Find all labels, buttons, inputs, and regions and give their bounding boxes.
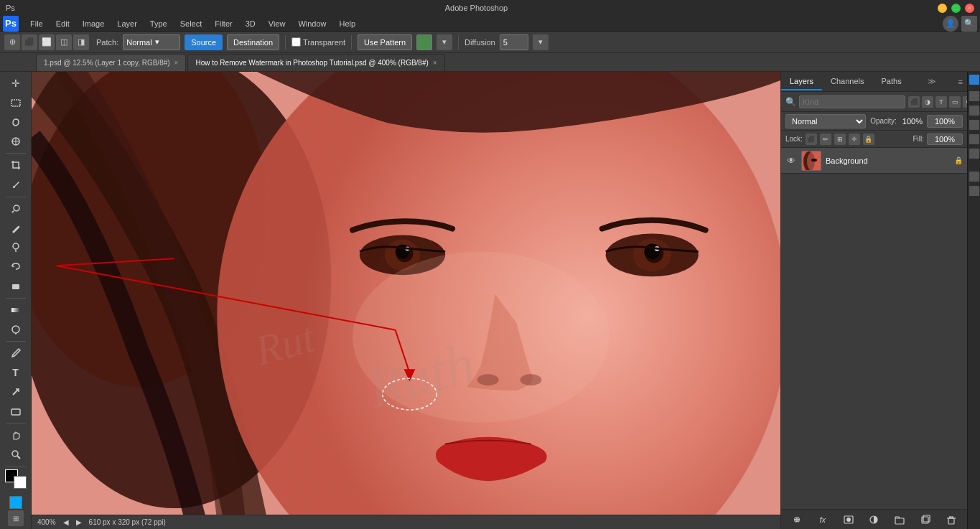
hand-tool[interactable] [5,426,27,444]
transparent-check-input[interactable] [291,37,301,47]
menu-image[interactable]: Image [77,18,111,29]
pen-tool[interactable] [5,345,27,362]
panel-options-btn[interactable]: ≡ [954,74,967,90]
search-icon[interactable]: 🔍 [961,16,977,32]
new-layer-btn[interactable] [918,512,933,528]
tab-2[interactable]: How to Remove Watermark in Photoshop Tut… [187,54,444,71]
dodge-tool[interactable] [5,320,27,338]
healing-tool[interactable] [5,200,27,218]
history-tool[interactable] [5,258,27,276]
menu-file[interactable]: File [24,18,49,29]
destination-button[interactable]: Destination [227,34,279,50]
minimize-button[interactable]: − [938,4,947,13]
options-icon-2[interactable]: ⬜ [39,34,55,50]
filter-pixel-icon[interactable]: ⬛ [908,96,920,108]
menu-window[interactable]: Window [292,18,332,29]
lock-artboards-icon[interactable]: ⊞ [834,134,846,145]
filter-adjustment-icon[interactable]: ◑ [922,96,933,108]
opacity-slider[interactable]: 100% [927,115,963,128]
options-icon-1[interactable]: ⬛ [22,34,37,50]
account-icon[interactable]: 👤 [943,16,958,32]
tool-preset-icon[interactable]: ⊕ [4,34,20,50]
main-area: ✛ [0,72,980,529]
lock-transparent-icon[interactable]: ⬛ [806,134,817,145]
close-button[interactable]: × [965,4,974,13]
menu-view[interactable]: View [263,18,291,29]
menu-type[interactable]: Type [144,18,173,29]
tool-presets-btn[interactable] [969,91,979,101]
tab-1[interactable]: 1.psd @ 12.5% (Layer 1 copy, RGB/8#) × [36,54,186,71]
source-button[interactable]: Source [185,34,223,50]
layers-search-input[interactable] [799,95,905,108]
options-icon-3[interactable]: ◫ [56,34,72,50]
gradient-tool[interactable] [5,301,27,319]
brush-tool[interactable] [5,219,27,237]
canvas-nav-prev[interactable]: ◀ [63,518,69,526]
properties-btn[interactable] [969,149,979,159]
tab-channels[interactable]: Channels [822,73,872,90]
eyedropper-tool[interactable] [5,176,27,194]
link-layers-btn[interactable] [789,512,805,528]
layer-background[interactable]: 👁 Background 🔒 [781,148,967,174]
marquee-tool[interactable] [5,94,27,112]
use-pattern-button[interactable]: Use Pattern [358,34,412,50]
tab-layers[interactable]: Layers [781,73,822,90]
svg-rect-17 [32,72,780,515]
panel-menu-btn[interactable]: ≫ [923,73,941,90]
pattern-dropdown-icon[interactable]: ▾ [437,34,452,50]
menu-layer[interactable]: Layer [111,18,143,29]
diffusion-stepper[interactable]: ▾ [533,34,549,50]
tab-2-close[interactable]: × [433,59,437,67]
fx-btn[interactable]: fx [815,512,831,528]
eraser-tool[interactable] [5,277,27,295]
menu-select[interactable]: Select [174,18,208,29]
lasso-tool[interactable] [5,113,27,131]
path-select-tool[interactable] [5,383,27,401]
fill-slider[interactable]: 100% [927,134,963,145]
group-btn[interactable] [892,512,907,528]
delete-layer-btn[interactable] [943,512,959,528]
options-icon-4[interactable]: ◨ [73,34,89,50]
adjustment-btn[interactable] [866,512,882,528]
zoom-tool[interactable] [5,446,27,464]
collapse-panel-btn[interactable] [969,75,979,85]
background-color[interactable] [14,476,27,489]
swatches-btn[interactable] [969,120,979,130]
crop-tool[interactable] [5,156,27,174]
lock-position-icon[interactable]: ✛ [849,134,860,145]
menu-edit[interactable]: Edit [50,18,75,29]
mode-dropdown[interactable]: Normal ▾ [123,34,180,50]
maximize-button[interactable]: □ [951,4,961,13]
move-tool[interactable]: ✛ [5,75,27,93]
history-btn[interactable] [969,172,979,182]
pattern-swatch[interactable] [416,34,432,50]
clone-tool[interactable] [5,238,27,256]
menu-help[interactable]: Help [334,18,362,29]
layer-visibility-eye[interactable]: 👁 [785,155,797,167]
canvas-area[interactable]: Ruth Rut 400% ◀ ▶ 61 [32,72,780,529]
screen-mode-btn[interactable]: ⊞ [8,510,24,526]
menu-filter[interactable]: Filter [209,18,238,29]
blend-mode-dropdown[interactable]: Normal Multiply Screen Overlay [785,114,866,128]
ps-logo[interactable]: Ps [3,16,19,32]
transparent-checkbox[interactable]: Transparent [291,37,345,47]
canvas-nav-next[interactable]: ▶ [76,518,82,526]
quick-select-tool[interactable] [5,132,27,150]
color-btn[interactable] [969,106,979,116]
diffusion-input[interactable] [500,34,528,50]
menu-3d[interactable]: 3D [240,18,261,29]
adjustments-btn[interactable] [969,134,979,144]
text-tool[interactable]: T [5,364,27,382]
toolbar-sep-3 [6,298,26,299]
lock-all-icon[interactable]: 🔒 [863,134,874,145]
tab-paths[interactable]: Paths [873,73,910,90]
tab-1-close[interactable]: × [174,59,179,67]
shape-tool[interactable] [5,402,27,420]
mask-btn[interactable] [841,512,857,528]
filter-kind-icon: 🔍 [785,97,796,107]
quick-mask-btn[interactable] [9,496,22,509]
lock-paint-icon[interactable]: ✏ [820,134,831,145]
actions-btn[interactable] [969,186,979,196]
filter-shape-icon[interactable]: ▭ [949,96,961,108]
filter-text-icon[interactable]: T [935,96,947,108]
